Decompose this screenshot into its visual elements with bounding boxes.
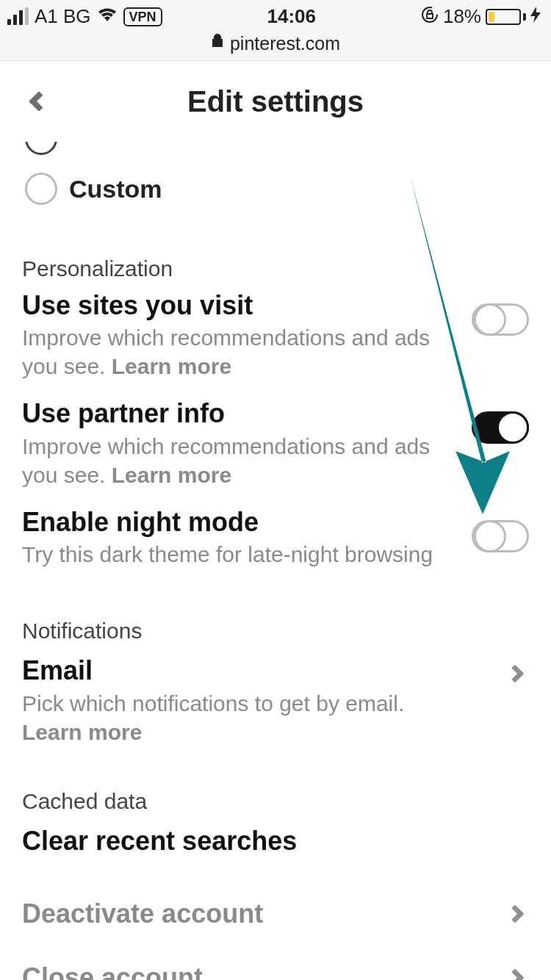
charging-bolt-icon: [530, 7, 541, 27]
setting-title: Clear recent searches: [22, 826, 297, 856]
learn-more-link[interactable]: Learn more: [22, 720, 142, 744]
vpn-badge: VPN: [123, 7, 162, 26]
radio-option-custom[interactable]: Custom: [22, 167, 529, 227]
setting-title: Email: [22, 655, 508, 685]
radio-label: Custom: [69, 175, 162, 203]
chevron-right-icon: [505, 664, 524, 682]
radio-option-cutoff[interactable]: [22, 142, 529, 164]
status-right: 18%: [421, 5, 541, 28]
setting-title: Use sites you visit: [22, 290, 454, 320]
link-email-notifications[interactable]: Email Pick which notifications to get by…: [22, 648, 529, 759]
chevron-left-icon: [29, 91, 49, 112]
chevron-right-icon: [505, 968, 524, 980]
setting-partner-info: Use partner info Improve which recommend…: [22, 394, 529, 502]
lock-icon: [211, 33, 224, 51]
section-header-personalization: Personalization: [22, 256, 529, 281]
page-title: Edit settings: [187, 85, 364, 118]
orientation-lock-icon: [421, 6, 439, 28]
status-bar: A1 BG VPN 14:06 18%: [0, 0, 551, 33]
action-clear-recent-searches[interactable]: Clear recent searches: [22, 818, 529, 869]
link-deactivate-account[interactable]: Deactivate account: [22, 891, 529, 942]
learn-more-link[interactable]: Learn more: [112, 354, 231, 378]
battery-percent: 18%: [443, 5, 481, 28]
battery-icon: [486, 9, 526, 25]
setting-desc: Try this dark theme for late-night brows…: [22, 540, 454, 569]
setting-desc: Pick which notifications to get by email…: [22, 689, 508, 746]
toggle-night-mode[interactable]: [472, 520, 529, 552]
radio-icon: [25, 173, 57, 205]
svg-point-0: [422, 7, 437, 22]
link-close-account[interactable]: Close account: [22, 955, 529, 980]
setting-title: Deactivate account: [22, 898, 263, 929]
status-time: 14:06: [267, 5, 317, 28]
learn-more-link[interactable]: Learn more: [112, 463, 231, 487]
app-header: Edit settings: [0, 61, 551, 142]
toggle-use-sites[interactable]: [472, 303, 529, 336]
setting-use-sites: Use sites you visit Improve which recomm…: [22, 286, 529, 394]
toggle-partner-info[interactable]: [472, 411, 529, 444]
wifi-icon: [97, 7, 118, 27]
browser-url-text: pinterest.com: [230, 33, 340, 54]
setting-title: Enable night mode: [22, 507, 454, 537]
radio-icon: [25, 142, 57, 155]
back-button[interactable]: [21, 83, 57, 120]
settings-content: Custom Personalization Use sites you vis…: [0, 142, 551, 980]
cellular-signal-icon: [7, 9, 29, 25]
status-left: A1 BG VPN: [7, 5, 162, 28]
setting-desc: Improve which recommendations and ads yo…: [22, 323, 454, 381]
setting-title: Close account: [22, 962, 203, 980]
setting-night-mode: Enable night mode Try this dark theme fo…: [22, 502, 529, 582]
section-header-notifications: Notifications: [22, 619, 529, 644]
setting-desc: Improve which recommendations and ads yo…: [22, 432, 454, 489]
setting-title: Use partner info: [22, 398, 454, 428]
chevron-right-icon: [505, 904, 524, 923]
carrier-label: A1 BG: [35, 5, 91, 28]
section-header-cached: Cached data: [22, 789, 529, 814]
browser-url-bar[interactable]: pinterest.com: [0, 33, 551, 61]
